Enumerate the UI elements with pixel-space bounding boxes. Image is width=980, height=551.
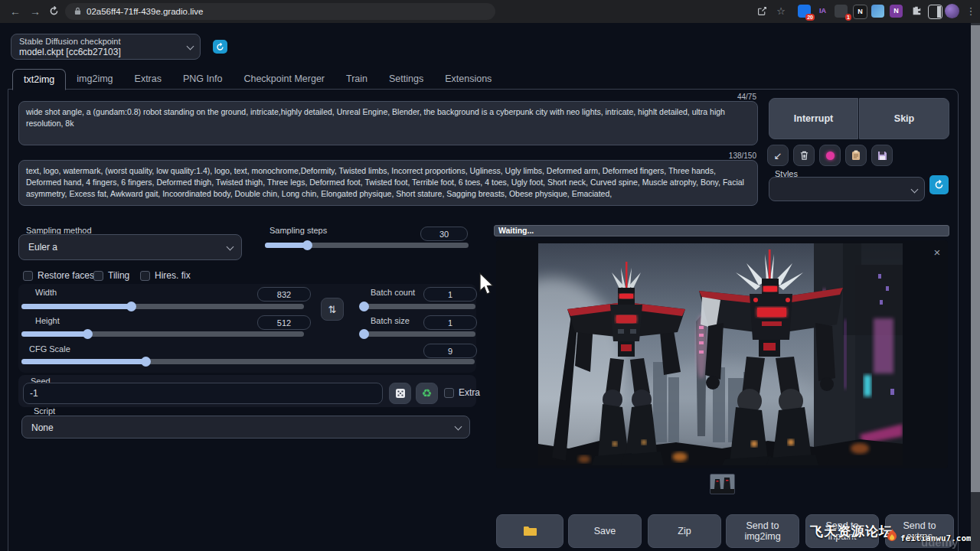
watermark-cjk-text: 飞天资源论坛	[810, 523, 893, 540]
back-icon[interactable]: ←	[8, 4, 23, 19]
screenshot-badge: 1	[845, 14, 851, 21]
tab-extensions[interactable]: Extensions	[434, 69, 502, 89]
profile-avatar[interactable]	[945, 4, 959, 18]
save-style-button[interactable]	[871, 145, 893, 166]
forward-icon[interactable]: →	[28, 4, 43, 19]
side-panel-icon[interactable]	[928, 5, 942, 19]
page-scrollbar	[971, 23, 980, 551]
tab-png-info[interactable]: PNG Info	[172, 69, 233, 89]
cfg-scale-input[interactable]: 9	[423, 344, 477, 358]
tiling-label: Tiling	[108, 270, 129, 281]
ext-pin-icon[interactable]: 20	[798, 5, 811, 18]
zip-button[interactable]: Zip	[648, 514, 721, 548]
cfg-scale-label: CFG Scale	[29, 344, 70, 354]
url-text: 02a56ff4-71ff-439e.gradio.live	[87, 7, 203, 16]
pin-badge: 20	[805, 14, 815, 21]
batch-size-slider[interactable]	[360, 331, 475, 337]
floppy-disk-icon	[877, 151, 887, 161]
ext-ia-icon[interactable]: IA	[816, 5, 829, 18]
checkpoint-dropdown[interactable]: Stable Diffusion checkpoint model.ckpt […	[11, 34, 201, 60]
browser-menu-icon[interactable]: ⋮	[963, 4, 978, 19]
apply-styles-button[interactable]	[845, 145, 867, 166]
reload-icon[interactable]	[46, 4, 61, 19]
batch-size-input[interactable]: 1	[423, 315, 477, 330]
clear-prompt-button[interactable]	[793, 145, 815, 166]
save-button[interactable]: Save	[568, 514, 642, 548]
folder-icon	[523, 526, 537, 536]
script-dropdown[interactable]: None	[21, 416, 470, 439]
dice-icon	[395, 388, 406, 399]
negative-token-counter: 138/150	[612, 152, 756, 160]
height-input[interactable]: 512	[257, 315, 311, 330]
tab-checkpoint-merger[interactable]: Checkpoint Merger	[233, 69, 335, 89]
close-image-icon[interactable]: ×	[929, 245, 945, 260]
tab-txt2img[interactable]: txt2img	[12, 69, 66, 90]
open-folder-button[interactable]	[496, 514, 564, 548]
recycle-icon: ♻	[422, 386, 432, 400]
generated-image[interactable]	[538, 243, 903, 465]
script-label: Script	[34, 406, 55, 416]
cfg-scale-slider[interactable]	[21, 359, 475, 364]
clipboard-icon	[851, 150, 861, 161]
batch-count-input[interactable]: 1	[423, 287, 477, 302]
watermark-udemy-text: udemy	[921, 536, 958, 549]
bookmark-star-icon[interactable]: ☆	[773, 4, 789, 19]
checkbox-icon	[140, 271, 150, 281]
tab-settings[interactable]: Settings	[378, 69, 434, 89]
ext-onenote-icon[interactable]: N	[890, 5, 903, 18]
script-value: None	[31, 422, 54, 433]
styles-dropdown[interactable]	[769, 177, 925, 201]
sampling-method-value: Euler a	[28, 242, 57, 253]
hires-fix-checkbox[interactable]: Hires. fix	[140, 270, 191, 281]
paste-generation-params-button[interactable]: ↙	[767, 145, 789, 166]
hires-fix-label: Hires. fix	[155, 270, 191, 281]
prompt-textarea[interactable]: wide shot angle, a (gundam:0.8) robot st…	[18, 101, 758, 145]
address-bar[interactable]: 02a56ff4-71ff-439e.gradio.live	[65, 3, 495, 20]
progress-bar: Waiting...	[494, 225, 949, 236]
refresh-checkpoint-button[interactable]	[213, 40, 227, 54]
reuse-seed-button[interactable]: ♻	[416, 383, 438, 404]
scrollbar-thumb[interactable]	[971, 25, 980, 492]
height-slider[interactable]	[21, 331, 304, 337]
send-to-img2img-button[interactable]: Send to img2img	[726, 514, 799, 548]
palette-icon	[826, 152, 835, 160]
tiling-checkbox[interactable]: Tiling	[93, 270, 129, 281]
ext-notion-icon[interactable]: N	[853, 5, 867, 19]
height-label: Height	[35, 316, 60, 325]
mouse-cursor	[479, 272, 496, 300]
random-seed-button[interactable]	[389, 383, 411, 404]
arrow-down-left-icon: ↙	[774, 150, 782, 161]
tab-bar: txt2img img2img Extras PNG Info Checkpoi…	[12, 69, 502, 90]
share-icon[interactable]	[754, 4, 769, 19]
chevron-down-icon	[227, 243, 234, 251]
width-label: Width	[35, 288, 57, 297]
checkbox-icon	[23, 271, 33, 281]
width-input[interactable]: 832	[257, 287, 311, 302]
width-slider[interactable]	[21, 304, 304, 309]
tab-train[interactable]: Train	[335, 69, 378, 89]
tab-img2img[interactable]: img2img	[66, 69, 123, 89]
seed-input[interactable]: -1	[23, 383, 383, 404]
prompt-token-counter: 44/75	[612, 93, 756, 101]
refresh-styles-button[interactable]	[929, 175, 949, 194]
extra-seed-checkbox[interactable]: Extra	[444, 387, 480, 398]
browser-toolbar: ← → 02a56ff4-71ff-439e.gradio.live ☆ 20 …	[0, 0, 980, 23]
restore-faces-checkbox[interactable]: Restore faces	[23, 270, 94, 281]
tab-extras[interactable]: Extras	[124, 69, 172, 89]
swap-width-height-button[interactable]: ⇅	[321, 298, 344, 321]
gallery-thumbnail[interactable]	[710, 474, 735, 494]
interrupt-button[interactable]: Interrupt	[769, 98, 858, 139]
checkpoint-value: model.ckpt [cc6cb27103]	[19, 47, 121, 57]
extensions-puzzle-icon[interactable]	[910, 5, 923, 18]
extra-networks-button[interactable]	[819, 145, 841, 166]
ext-screenshot-icon[interactable]: 1	[835, 5, 848, 18]
skip-button[interactable]: Skip	[859, 98, 949, 139]
sampling-method-dropdown[interactable]: Euler a	[18, 234, 242, 260]
sampling-steps-input[interactable]: 30	[420, 227, 468, 241]
sampling-steps-slider[interactable]	[265, 243, 469, 248]
ext-image-icon[interactable]	[871, 5, 884, 18]
checkbox-icon	[444, 388, 454, 398]
extra-label: Extra	[459, 387, 480, 398]
negative-prompt-textarea[interactable]: text, logo, watermark, (worst quality, l…	[18, 160, 758, 206]
batch-count-slider[interactable]	[360, 304, 475, 309]
